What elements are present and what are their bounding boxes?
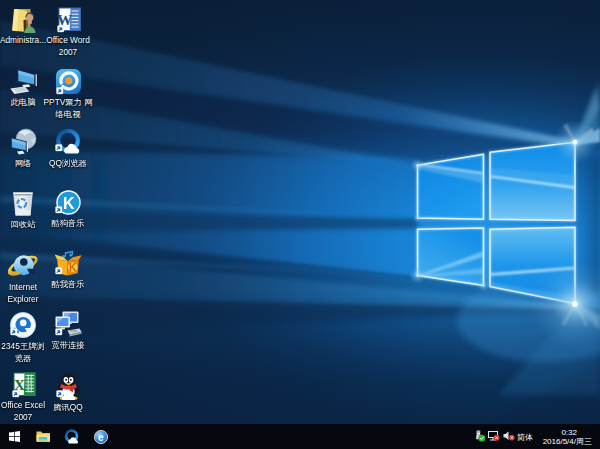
svg-text:e: e [98,432,104,443]
svg-text:K: K [63,195,75,212]
svg-text:K: K [69,262,77,273]
